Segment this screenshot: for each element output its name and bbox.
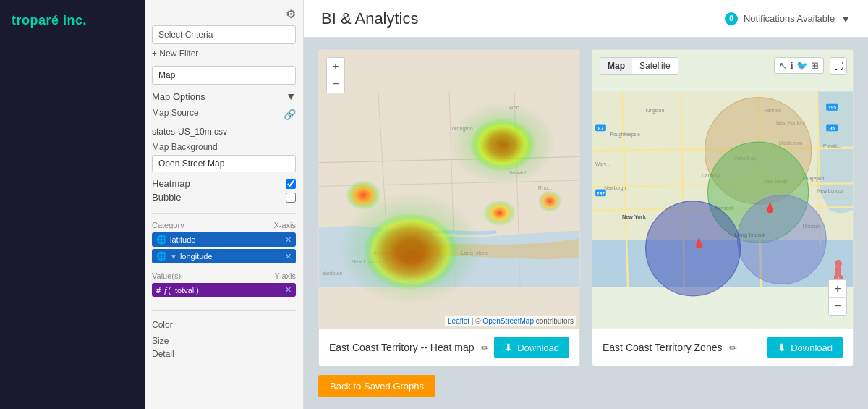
back-button-row: Back to Saved Graphs	[318, 375, 854, 397]
x-axis-header-label: X-axis	[273, 221, 296, 229]
map-type-select[interactable]: Map	[152, 66, 296, 85]
longitude-chip-label: longitude	[180, 252, 213, 261]
svg-text:atertown: atertown	[322, 270, 342, 277]
category-header-label: Category	[152, 221, 184, 229]
svg-text:Provid...: Provid...	[823, 143, 841, 148]
zoom-out-button[interactable]: −	[327, 75, 344, 93]
zones-download-button[interactable]: ⬇ Download	[767, 337, 843, 358]
svg-point-20	[340, 193, 482, 305]
svg-point-58	[737, 195, 826, 284]
zoom-in-button[interactable]: +	[327, 58, 344, 75]
link-icon[interactable]: 🔗	[284, 109, 296, 120]
svg-text:87: 87	[598, 126, 604, 131]
top-header: BI & Analytics 0 Notifications Available…	[304, 0, 868, 38]
longitude-chip[interactable]: 🌐 ▼ longitude ✕	[152, 249, 296, 263]
y-axis-header-label: Y-axis	[274, 271, 296, 280]
zones-zoom-out-button[interactable]: −	[829, 298, 846, 315]
charts-row: Woo... Willimantic Norwich Rho... Torrin…	[318, 49, 854, 366]
main-content: BI & Analytics 0 Notifications Available…	[304, 0, 868, 409]
map-background-label: Map Background	[152, 142, 296, 152]
longitude-chip-remove[interactable]: ✕	[285, 252, 292, 261]
latitude-chip[interactable]: 🌐 latitude ✕	[152, 232, 296, 247]
svg-text:Warv...: Warv...	[595, 161, 610, 166]
category-section: Category X-axis 🌐 latitude ✕ 🌐 ▼ longitu…	[152, 221, 296, 266]
notification-chevron-icon[interactable]: ▼	[841, 13, 851, 25]
map-source-label: Map Source	[152, 108, 199, 118]
back-to-saved-graphs-button[interactable]: Back to Saved Graphs	[318, 375, 435, 397]
svg-text:195: 195	[828, 105, 836, 110]
map-options-chevron-icon[interactable]: ▼	[286, 90, 296, 102]
zones-zoom-in-button[interactable]: +	[829, 280, 846, 298]
svg-text:Newburgh: Newburgh	[604, 185, 626, 191]
divider-2	[152, 310, 296, 311]
globe-icon-1: 🌐	[156, 235, 167, 245]
values-chip-remove[interactable]: ✕	[285, 285, 292, 295]
latitude-chip-remove[interactable]: ✕	[285, 235, 292, 245]
heatmap-footer: East Coast Territory -- Heat map ✏ ⬇ Dow…	[319, 329, 579, 366]
leaflet-attribution: Leaflet | © OpenStreetMap contributors	[445, 316, 576, 326]
values-header-label: Value(s)	[152, 271, 181, 280]
heatmap-checkbox[interactable]	[286, 179, 296, 189]
notification-badge: 0	[725, 12, 738, 25]
svg-text:Poughkeepsie: Poughkeepsie	[610, 132, 641, 138]
heatmap-label: Heatmap	[152, 178, 190, 189]
map-options-label: Map Options	[152, 91, 205, 102]
brand-sidebar: troparé inc.	[0, 0, 145, 409]
values-chip[interactable]: # ƒ( .totval ) ✕	[152, 283, 296, 297]
heatmap-row: Heatmap	[152, 178, 296, 189]
svg-text:95: 95	[830, 126, 835, 131]
toolbar-cursor-icon[interactable]: ↖	[779, 60, 787, 71]
values-section: Value(s) Y-axis # ƒ( .totval ) ✕	[152, 271, 296, 297]
size-label: Size	[152, 336, 169, 346]
heatmap-map-container: Woo... Willimantic Norwich Rho... Torrin…	[319, 50, 579, 329]
toolbar-grid-icon[interactable]: ⊞	[811, 60, 819, 71]
map-options-row: Map Options ▼	[152, 90, 296, 102]
dropdown-arrow-icon: ▼	[170, 253, 177, 261]
heatmap-zoom-controls: + −	[326, 57, 345, 93]
heatmap-title-row: East Coast Territory -- Heat map ✏	[329, 341, 489, 354]
zones-fullscreen-button[interactable]: ⛶	[830, 57, 847, 75]
zones-zoom-controls: + −	[828, 279, 847, 316]
zones-chart-title: East Coast Territory Zones	[603, 342, 722, 353]
map-source-filename: states-US_10m.csv	[152, 127, 227, 137]
bubble-row: Bubble	[152, 192, 296, 203]
zones-footer: East Coast Territory Zones ✏ ⬇ Download	[592, 329, 853, 366]
new-filter-link[interactable]: + New Filter	[152, 49, 296, 59]
gear-button[interactable]: ⚙	[286, 7, 296, 21]
zones-edit-icon[interactable]: ✏	[729, 342, 737, 353]
zones-svg: 87 287 95 195 Poughkeepsie Kingston Hart…	[592, 50, 853, 329]
notifications-area: 0 Notifications Available ▼	[725, 12, 851, 25]
heatmap-chart-title: East Coast Territory -- Heat map	[329, 342, 474, 353]
heatmap-card: Woo... Willimantic Norwich Rho... Torrin…	[318, 49, 580, 366]
svg-point-19	[538, 190, 562, 211]
heatmap-edit-icon[interactable]: ✏	[481, 342, 489, 353]
size-section: Size	[152, 334, 296, 347]
detail-section: Detail	[152, 347, 296, 360]
bubble-checkbox[interactable]	[286, 193, 296, 203]
map-background-select[interactable]: Open Street Map	[152, 155, 296, 172]
values-axis-header: Value(s) Y-axis	[152, 271, 296, 280]
charts-area: Woo... Willimantic Norwich Rho... Torrin…	[304, 38, 868, 409]
values-func-label: ƒ( .totval )	[163, 286, 199, 295]
svg-point-64	[835, 260, 842, 267]
map-source-row: Map Source 🔗	[152, 108, 296, 120]
heatmap-download-button[interactable]: ⬇ Download	[494, 337, 569, 358]
svg-text:287: 287	[597, 191, 605, 196]
zones-title-row: East Coast Territory Zones ✏	[603, 341, 737, 354]
svg-text:Rho...: Rho...	[538, 185, 553, 191]
globe-icon-2: 🌐	[156, 251, 167, 261]
latitude-chip-label: latitude	[170, 235, 195, 244]
select-criteria-dropdown[interactable]: Select Criteria	[152, 25, 296, 44]
map-tab-map[interactable]: Map	[600, 58, 632, 74]
expand-panel[interactable]: › ›	[303, 191, 304, 219]
zones-map-container: 87 287 95 195 Poughkeepsie Kingston Hart…	[592, 50, 853, 329]
map-tab-satellite[interactable]: Satellite	[632, 58, 678, 74]
svg-point-18	[483, 200, 516, 226]
zones-card: 87 287 95 195 Poughkeepsie Kingston Hart…	[592, 49, 854, 366]
notification-label: Notifications Available	[744, 13, 835, 24]
toolbar-share-icon[interactable]: 🐦	[796, 60, 808, 71]
svg-text:Kingston: Kingston	[646, 108, 665, 114]
toolbar-info-icon[interactable]: ℹ	[790, 60, 793, 71]
gear-row: ⚙	[152, 7, 296, 21]
hash-icon: #	[156, 286, 161, 295]
